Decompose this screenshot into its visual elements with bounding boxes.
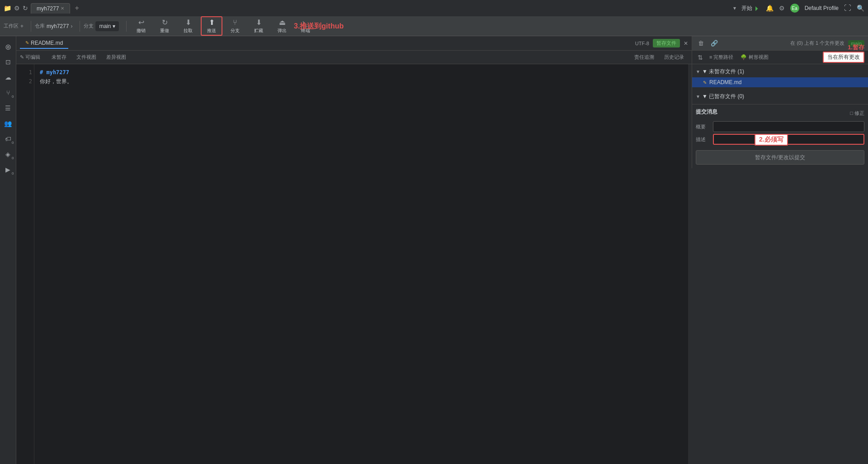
layers-icon: ◈ xyxy=(5,151,10,158)
sort-button[interactable]: ⇅ xyxy=(696,53,705,62)
redo-label: 重做 xyxy=(160,28,169,34)
fork-badge: 0 xyxy=(12,95,14,99)
diff-view-btn[interactable]: 差异视图 xyxy=(102,52,130,62)
fork-icon: ⑂ xyxy=(6,89,10,96)
line-number-2: 2 xyxy=(18,77,32,86)
terminal-icon: ›_ xyxy=(302,18,310,27)
stash-callout-label: 1.暂存 xyxy=(848,43,864,52)
expand-icon[interactable]: ⛶ xyxy=(844,4,851,12)
branch-icon: ⑂ xyxy=(233,19,237,27)
unstaged-view-btn[interactable]: 未暂存 xyxy=(47,52,71,62)
repo-name[interactable]: myh7277 xyxy=(47,23,69,29)
fetch-button[interactable]: ⬇ 贮藏 xyxy=(248,17,269,35)
amend-checkbox[interactable]: □ 修正 xyxy=(850,110,864,117)
summary-row: 概要 xyxy=(696,121,864,132)
file-changes-info: 在 (0) 上有 1 个文件更改 xyxy=(790,40,844,47)
start-button[interactable]: 开始 ⏵ xyxy=(741,5,760,12)
commit-section-label: 提交消息 xyxy=(696,108,717,116)
profile-label[interactable]: Default Profile xyxy=(805,5,839,11)
editor-scrollbar[interactable] xyxy=(688,64,692,464)
blame-btn[interactable]: 责任追溯 xyxy=(630,52,658,62)
commit-section: 提交消息 □ 修正 概要 描述 2.必须写 xyxy=(692,104,868,168)
list-icon: ☰ xyxy=(5,104,11,112)
sidebar-item-fork[interactable]: ⑂ 0 xyxy=(1,86,15,99)
branch-button[interactable]: ⑂ 分支 xyxy=(224,18,246,35)
titlebar: 📁 ⚙ ↻ myh7277 ✕ + ▾ 开始 ⏵ 🔔 ⚙ Ea Default … xyxy=(0,0,868,16)
close-tab-icon[interactable]: ✕ xyxy=(684,40,688,47)
settings-icon: ⚙ xyxy=(14,5,20,12)
terminal-button[interactable]: ›_ 终端 xyxy=(295,17,316,35)
link-button[interactable]: 🔗 xyxy=(709,38,719,48)
editor-tab-readme[interactable]: ✎ README.md xyxy=(20,38,68,49)
new-tab-button[interactable]: + xyxy=(73,4,80,12)
undo-button[interactable]: ↩ 撤销 xyxy=(130,17,152,35)
refresh-icon: ↻ xyxy=(23,5,28,12)
workdir-label: 工作区 xyxy=(4,23,19,29)
branch-label: 分支 xyxy=(84,23,94,29)
file-item-readme[interactable]: ✎ README.md xyxy=(692,77,868,87)
push-button[interactable]: ⬆ 推送 xyxy=(201,16,222,36)
toolbar-separator-3 xyxy=(126,21,127,32)
staged-section: ▼ ▼ 已暂存文件 (0) xyxy=(692,89,868,104)
sidebar-item-cloud[interactable]: ☁ xyxy=(1,71,15,84)
toolbar-separator-2 xyxy=(80,21,80,32)
sidebar-item-git[interactable]: ⊡ xyxy=(1,55,15,69)
sidebar-item-source[interactable]: ◎ xyxy=(1,40,15,53)
terminal-label: 终端 xyxy=(301,28,310,34)
eject-button[interactable]: ⏏ 弹出 xyxy=(271,17,293,35)
tab-myh7277[interactable]: myh7277 ✕ xyxy=(31,3,70,14)
titlebar-left: 📁 ⚙ ↻ myh7277 ✕ + xyxy=(4,3,81,14)
cloud-icon: ☁ xyxy=(5,74,11,81)
sidebar-item-tag[interactable]: 🏷 0 xyxy=(1,132,15,146)
editor-tabs: ✎ README.md UTF-8 暂存文件 ✕ xyxy=(16,36,692,51)
description-input[interactable] xyxy=(713,134,864,145)
redo-icon: ↻ xyxy=(162,18,168,27)
push-label: 推送 xyxy=(207,28,216,34)
trash-button[interactable]: 🗑 xyxy=(696,38,706,48)
unstaged-section-header[interactable]: ▼ ▼ 未暂存文件 (1) xyxy=(692,66,868,77)
eject-label: 弹出 xyxy=(278,28,287,34)
gear-icon[interactable]: ⚙ xyxy=(779,5,785,12)
unstaged-chevron-icon: ▼ xyxy=(696,69,700,74)
folder-icon: 📁 xyxy=(4,5,11,12)
git-icon: ⊡ xyxy=(5,58,11,66)
unstaged-section-label: ▼ 未暂存文件 (1) xyxy=(702,68,744,76)
tree-view-btn[interactable]: 🌳 树形视图 xyxy=(738,53,771,62)
summary-input[interactable] xyxy=(713,121,864,132)
pull-button[interactable]: ⬇ 拉取 xyxy=(177,17,199,35)
full-path-btn[interactable]: ≡ 完整路径 xyxy=(707,53,736,62)
repo-label: 仓库 xyxy=(35,23,45,29)
commit-callout-label: 2.必须写 xyxy=(755,134,788,146)
tab-close-icon[interactable]: ✕ xyxy=(61,6,64,11)
bell-icon[interactable]: 🔔 xyxy=(766,5,774,12)
pull-label: 拉取 xyxy=(184,28,193,34)
editor-area: ✎ README.md UTF-8 暂存文件 ✕ ✎ 可编辑 未暂存 文件视图 … xyxy=(16,36,692,464)
code-line-1-content: # myh7277 xyxy=(40,68,69,77)
profile-avatar[interactable]: Ea xyxy=(790,4,799,13)
branch-selector[interactable]: main ▾ xyxy=(95,21,119,31)
toolbar-separator-1 xyxy=(31,21,31,32)
fetch-icon: ⬇ xyxy=(256,18,262,27)
right-panel: 🗑 🔗 在 (0) 上有 1 个文件更改 main ⇅ ≡ 完整路径 🌳 树形视… xyxy=(692,36,868,168)
file-view-btn[interactable]: 文件视图 xyxy=(72,52,100,62)
sidebar-item-play[interactable]: ▶ 0 xyxy=(1,163,15,176)
dropdown-icon[interactable]: ▾ xyxy=(733,5,736,11)
sidebar-item-users[interactable]: 👥 xyxy=(1,117,15,130)
redo-button[interactable]: ↻ 重做 xyxy=(154,17,175,35)
line-number-1: 1 xyxy=(18,68,32,77)
stash-commit-button[interactable]: 暂存文件/更改以提交 xyxy=(696,150,864,165)
history-btn[interactable]: 历史记录 xyxy=(660,52,688,62)
description-label: 描述 xyxy=(696,136,709,143)
code-content[interactable]: # myh7277 你好，世界。 xyxy=(34,64,688,464)
search-icon[interactable]: 🔍 xyxy=(857,5,864,12)
undo-icon: ↩ xyxy=(138,18,144,27)
stash-highlight-button[interactable]: 当在所有更改 xyxy=(823,52,864,63)
stash-button[interactable]: 暂存文件 xyxy=(653,39,680,47)
sidebar-item-list[interactable]: ☰ xyxy=(1,101,15,115)
branch-name: main xyxy=(99,23,111,29)
staged-section-header[interactable]: ▼ ▼ 已暂存文件 (0) xyxy=(692,91,868,102)
staged-chevron-icon: ▼ xyxy=(696,94,700,99)
sidebar-item-layers[interactable]: ◈ 0 xyxy=(1,147,15,161)
staged-section-label: ▼ 已暂存文件 (0) xyxy=(702,93,744,100)
repo-section: 仓库 myh7277 › xyxy=(35,23,72,29)
